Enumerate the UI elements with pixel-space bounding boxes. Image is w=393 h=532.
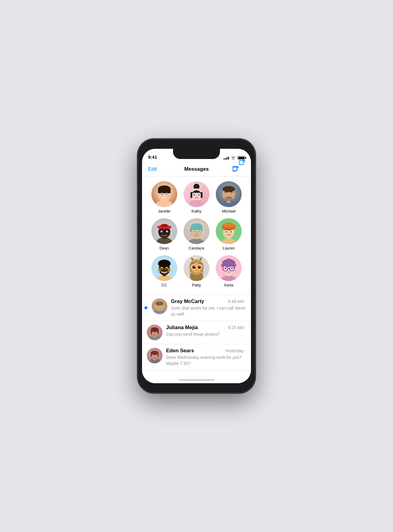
kathy-avatar-art <box>184 181 209 207</box>
svg-point-48 <box>161 231 162 232</box>
candace-avatar-art <box>184 218 209 244</box>
compose-button[interactable] <box>213 166 245 173</box>
signal-icon <box>224 156 229 160</box>
avatar-janelle <box>151 181 177 207</box>
avatar-kathy <box>184 181 209 207</box>
svg-point-112 <box>231 268 233 269</box>
svg-rect-125 <box>151 330 152 334</box>
content-area: Janelle <box>142 176 251 373</box>
karla-avatar-art <box>216 255 242 281</box>
svg-point-130 <box>156 332 157 333</box>
svg-rect-20 <box>190 192 192 198</box>
contact-name-kathy: Kathy <box>191 209 201 213</box>
nav-bar: Edit Messages <box>142 162 251 176</box>
signal-bar-4 <box>228 157 229 160</box>
svg-point-53 <box>190 223 203 230</box>
avatar-cc <box>151 255 177 281</box>
svg-marker-85 <box>191 257 194 261</box>
svg-rect-126 <box>157 330 159 334</box>
svg-point-65 <box>223 222 234 227</box>
message-time-eden: Yesterday › <box>225 348 246 353</box>
chevron-icon: › <box>245 299 246 304</box>
eden-avatar-art <box>147 348 162 363</box>
contact-name-cc: CC <box>161 283 167 287</box>
message-header-gray: Gray McCarty 9:40 AM › <box>171 298 246 304</box>
avatar-michael <box>216 181 242 207</box>
message-item-eden[interactable]: Eden Sears Yesterday › Does Wednesday ev… <box>142 344 251 370</box>
message-item-richard[interactable]: Richard Howarth Yesterday › Wow, that's … <box>142 370 251 373</box>
message-preview-gray: Sure, that works for me. I can call Stev… <box>171 305 246 317</box>
svg-point-95 <box>199 266 200 267</box>
chevron-icon: › <box>245 325 246 330</box>
svg-point-76 <box>162 260 167 265</box>
message-preview-eden: Does Wednesday evening work for you? May… <box>166 355 246 366</box>
svg-point-103 <box>226 258 231 264</box>
pinned-contact-michael[interactable]: Michael <box>216 181 242 213</box>
message-content-eden: Eden Sears Yesterday › Does Wednesday ev… <box>166 348 246 366</box>
svg-point-40 <box>161 224 168 227</box>
pinned-contact-patty[interactable]: Patty <box>184 255 209 287</box>
pinned-row-2: Dean <box>142 218 251 250</box>
message-name-juliana: Juliana Mejia <box>166 325 198 331</box>
pinned-contact-candace[interactable]: Candace <box>184 218 209 250</box>
mute-button[interactable] <box>137 184 138 194</box>
svg-rect-54 <box>190 227 192 232</box>
edit-button[interactable]: Edit <box>148 166 180 172</box>
lauren-avatar-art <box>216 218 242 244</box>
volume-down-button[interactable] <box>137 221 138 241</box>
janelle-avatar-art <box>151 181 177 207</box>
message-list: Gray McCarty 9:40 AM › Sure, that works … <box>142 295 251 373</box>
svg-marker-86 <box>199 257 202 261</box>
svg-point-23 <box>193 194 195 196</box>
svg-point-49 <box>166 231 168 232</box>
svg-point-57 <box>193 231 195 232</box>
svg-point-118 <box>157 306 158 307</box>
pinned-row-1: Janelle <box>142 181 251 213</box>
svg-point-80 <box>161 268 162 270</box>
svg-point-29 <box>222 186 235 192</box>
message-header-eden: Eden Sears Yesterday › <box>166 348 246 354</box>
message-item-juliana[interactable]: Juliana Mejia 8:25 AM › Can you send tho… <box>142 321 251 344</box>
svg-rect-55 <box>201 227 203 231</box>
svg-point-111 <box>225 268 226 269</box>
pinned-contact-karla[interactable]: Karla <box>216 255 242 287</box>
volume-up-button[interactable] <box>137 197 138 217</box>
phone-frame: 9:41 Edit Messag <box>138 139 255 393</box>
wifi-icon <box>231 156 236 160</box>
svg-point-19 <box>189 200 204 207</box>
pinned-contact-janelle[interactable]: Janelle <box>151 181 177 213</box>
pinned-contact-kathy[interactable]: Kathy <box>184 181 209 213</box>
power-button[interactable] <box>255 197 256 228</box>
svg-point-25 <box>198 194 200 196</box>
svg-point-116 <box>156 301 163 306</box>
contact-name-michael: Michael <box>222 209 236 213</box>
contact-name-dean: Dean <box>159 246 169 250</box>
status-icons <box>224 156 245 160</box>
svg-point-82 <box>166 268 167 270</box>
home-bar <box>178 379 215 381</box>
avatar-karla <box>216 255 242 281</box>
pinned-contact-lauren[interactable]: Lauren <box>216 218 242 250</box>
pinned-contact-dean[interactable]: Dean <box>151 218 177 250</box>
svg-point-105 <box>233 264 236 267</box>
avatar-lauren <box>216 218 242 244</box>
message-item-gray[interactable]: Gray McCarty 9:40 AM › Sure, that works … <box>142 295 251 321</box>
pinned-contact-cc[interactable]: CC <box>151 255 177 287</box>
unread-indicator <box>144 306 147 309</box>
svg-point-104 <box>221 264 225 267</box>
michael-avatar-art <box>216 181 242 207</box>
svg-line-44 <box>158 231 159 231</box>
svg-point-50 <box>188 239 205 244</box>
signal-bar-1 <box>224 158 224 160</box>
svg-rect-135 <box>151 353 152 357</box>
home-indicator[interactable] <box>142 373 251 383</box>
battery-icon <box>237 156 245 160</box>
avatar-juliana <box>147 325 162 340</box>
screen: 9:41 Edit Messag <box>142 149 251 383</box>
svg-point-138 <box>152 356 153 356</box>
contact-name-patty: Patty <box>192 283 201 287</box>
gray-mc-avatar-art <box>152 298 167 314</box>
avatar-eden <box>147 348 162 363</box>
svg-rect-3 <box>233 167 237 171</box>
svg-point-67 <box>226 231 227 233</box>
